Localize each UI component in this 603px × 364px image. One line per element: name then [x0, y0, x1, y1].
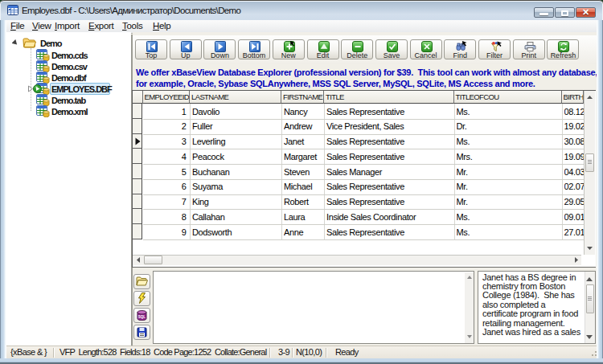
svg-text:SQL: SQL: [138, 314, 146, 318]
